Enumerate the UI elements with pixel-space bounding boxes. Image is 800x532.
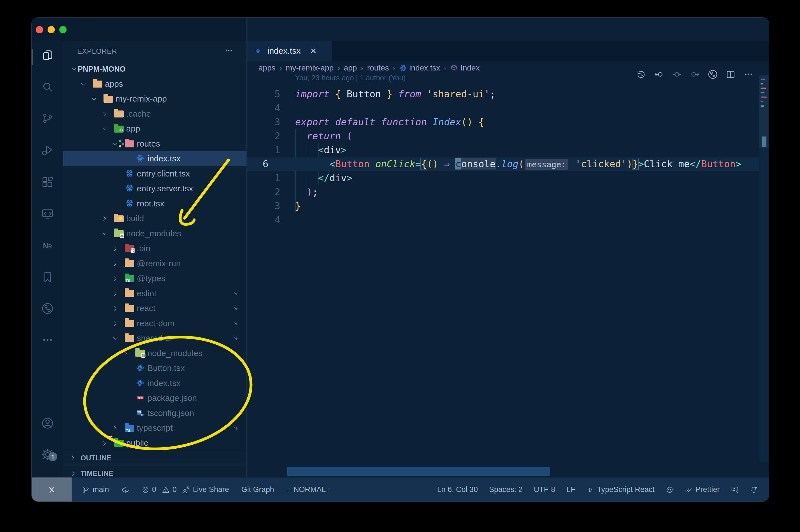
status-item-0[interactable]: 0 bbox=[141, 485, 156, 494]
status-item-main[interactable]: main bbox=[82, 485, 109, 494]
status-item-lf[interactable]: LF bbox=[567, 485, 575, 494]
tree-item-react-dom[interactable]: react-dom bbox=[63, 316, 246, 331]
tab-close-icon[interactable]: ✕ bbox=[310, 46, 316, 56]
tree-item-entry.server.tsx[interactable]: entry.server.tsx bbox=[63, 181, 246, 196]
tree-item-index.tsx[interactable]: index.tsx bbox=[63, 151, 246, 166]
breadcrumb-item-app[interactable]: app bbox=[344, 63, 357, 73]
activity-item-extensions[interactable] bbox=[32, 173, 63, 193]
tree-item-eslint[interactable]: eslint bbox=[63, 286, 246, 301]
tree-item-build[interactable]: build bbox=[63, 211, 246, 226]
tree-item-label: root.tsx bbox=[137, 199, 164, 208]
tree-item-routes[interactable]: routes bbox=[63, 136, 246, 151]
tree-item-entry.client.tsx[interactable]: entry.client.tsx bbox=[63, 166, 246, 181]
breadcrumb-item-Index[interactable]: Index bbox=[450, 63, 480, 73]
tree-item-Button.tsx[interactable]: Button.tsx bbox=[63, 361, 246, 376]
tree-item-PNPM-MONO[interactable]: PNPM-MONO bbox=[63, 61, 246, 76]
activity-item-run-debug[interactable] bbox=[32, 140, 63, 160]
tree-item-tsconfig.json[interactable]: TStsconfig.json bbox=[63, 405, 246, 421]
activity-item-search[interactable] bbox=[32, 77, 63, 97]
check-double-icon bbox=[685, 486, 692, 494]
activity-item-nx-console[interactable]: N≥ bbox=[32, 235, 63, 255]
tree-item-label: .bin bbox=[137, 244, 150, 253]
tree-item-apps[interactable]: apps bbox=[63, 76, 246, 92]
sidebar-more-actions-icon[interactable] bbox=[225, 46, 233, 55]
activity-item-bookmarks[interactable] bbox=[32, 267, 63, 287]
nav-forward-icon[interactable] bbox=[690, 69, 700, 79]
activity-item-account[interactable] bbox=[32, 413, 63, 433]
remote-indicator-button[interactable] bbox=[32, 477, 72, 502]
status-item-typescript-react[interactable]: {}TypeScript React bbox=[586, 485, 654, 494]
folder-node-icon: JS bbox=[135, 350, 145, 357]
tree-item-my-remix-app[interactable]: my-remix-app bbox=[63, 91, 246, 106]
tree-item-@types[interactable]: TS@types bbox=[63, 271, 246, 286]
breadcrumb-item-my-remix-app[interactable]: my-remix-app bbox=[286, 63, 334, 73]
tree-item-package.json[interactable]: npmpackage.json bbox=[63, 391, 246, 405]
status-item-octoface[interactable] bbox=[666, 486, 673, 494]
tree-item-typescript[interactable]: TStypescript bbox=[63, 420, 246, 436]
line-number[interactable]: 3 bbox=[247, 199, 280, 213]
line-number[interactable]: 2 bbox=[247, 185, 280, 199]
tree-item-.bin[interactable]: 0110.bin bbox=[63, 241, 246, 256]
line-number[interactable]: 4 bbox=[247, 101, 280, 115]
status-item-git-graph[interactable]: Git Graph bbox=[242, 485, 274, 494]
activity-item-explorer[interactable] bbox=[32, 45, 63, 65]
status-item-spaces-2[interactable]: Spaces: 2 bbox=[489, 485, 522, 494]
status-item-ln-6-col-30[interactable]: Ln 6, Col 30 bbox=[437, 485, 478, 494]
line-number[interactable]: 1 bbox=[247, 143, 280, 157]
nav-circle-icon[interactable] bbox=[672, 69, 682, 79]
editor-group[interactable]: index.tsx ✕ apps›my-remix-app›app›routes… bbox=[246, 18, 769, 477]
split-editor-icon[interactable] bbox=[726, 69, 736, 79]
horizontal-scrollbar[interactable] bbox=[287, 467, 550, 476]
line-number[interactable]: 5 bbox=[247, 87, 280, 101]
remote-indicator-icon bbox=[47, 485, 57, 495]
breadcrumb-item-routes[interactable]: routes bbox=[367, 63, 389, 73]
tree-item-shared-ui[interactable]: shared-ui bbox=[63, 330, 246, 346]
status-item-normal[interactable]: -- NORMAL -- bbox=[286, 485, 332, 494]
status-item-utf-8[interactable]: UTF-8 bbox=[534, 485, 555, 494]
chevron-right-icon bbox=[101, 215, 109, 223]
tree-item-node_modules[interactable]: JSnode_modules bbox=[63, 226, 246, 241]
minimap-mark bbox=[761, 106, 764, 107]
tab-index-tsx[interactable]: index.tsx ✕ bbox=[247, 41, 332, 61]
activity-item-settings[interactable]: 1 bbox=[32, 444, 63, 464]
more-icon[interactable] bbox=[743, 69, 754, 79]
tree-item-@remix-run[interactable]: @remix-run bbox=[63, 256, 246, 271]
status-item-0[interactable]: 0 bbox=[162, 485, 177, 494]
tree-item-root.tsx[interactable]: root.tsx bbox=[63, 196, 246, 211]
git-graph-icon[interactable] bbox=[708, 69, 718, 79]
activity-item-source-control[interactable] bbox=[32, 108, 63, 128]
history-icon[interactable] bbox=[636, 69, 646, 79]
status-item-bell-dot[interactable] bbox=[750, 486, 758, 494]
breadcrumb-item-apps[interactable]: apps bbox=[259, 63, 275, 73]
minimap-mark bbox=[761, 88, 766, 89]
tree-item-index.tsx[interactable]: index.tsx bbox=[63, 376, 246, 391]
activity-item-more[interactable] bbox=[32, 330, 63, 350]
status-item-prettier[interactable]: Prettier bbox=[685, 485, 720, 494]
line-number[interactable]: 4 bbox=[247, 213, 280, 227]
gitlens-annotation[interactable]: You, 23 hours ago | 1 author (You) bbox=[295, 74, 405, 82]
line-number[interactable]: 3 bbox=[247, 115, 280, 129]
tree-item-node_modules[interactable]: JSnode_modules bbox=[63, 346, 246, 361]
code-text: ); bbox=[295, 185, 318, 199]
line-number[interactable]: 1 bbox=[247, 171, 280, 185]
status-item-cloud-upload[interactable] bbox=[121, 486, 129, 494]
status-item-live-share[interactable]: Live Share bbox=[183, 485, 229, 494]
tree-item-.cache[interactable]: .cache bbox=[63, 106, 246, 121]
sym-arrow-icon bbox=[232, 334, 240, 342]
tree-item-app[interactable]: ⚙app bbox=[63, 121, 246, 136]
sidebar-section-outline[interactable]: OUTLINE bbox=[63, 450, 246, 465]
tree-icon-holder bbox=[103, 94, 113, 103]
activity-item-remote-explorer[interactable] bbox=[32, 204, 63, 224]
breadcrumb-item-index.tsx[interactable]: index.tsx bbox=[399, 63, 440, 73]
tree-item-label: react-dom bbox=[137, 319, 174, 328]
line-number[interactable]: 6 bbox=[263, 157, 268, 171]
minimap[interactable] bbox=[759, 75, 769, 462]
tree-item-react[interactable]: react bbox=[63, 301, 246, 316]
activity-item-git-graph[interactable] bbox=[32, 299, 63, 319]
tree-item-public[interactable]: public bbox=[63, 436, 246, 451]
line-number[interactable]: 2 bbox=[247, 129, 280, 143]
tree-item-label: build bbox=[126, 214, 144, 223]
status-item-feedback[interactable] bbox=[731, 486, 739, 494]
code-token: return bbox=[307, 130, 341, 141]
nav-back-icon[interactable] bbox=[654, 69, 664, 79]
